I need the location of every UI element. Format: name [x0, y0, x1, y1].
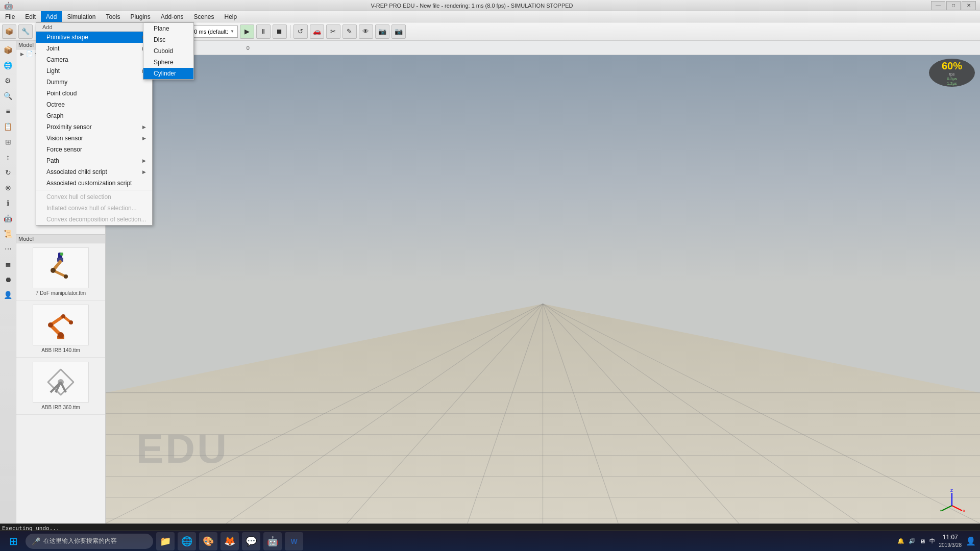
toolbar-object-btn[interactable]: 📦 — [2, 24, 16, 39]
minimize-button[interactable]: — — [931, 1, 945, 10]
sidebar-icon-transform[interactable]: ⊗ — [1, 181, 15, 195]
menu-add[interactable]: Add — [41, 11, 62, 22]
taskbar-net-icon[interactable]: 🖥 — [920, 538, 925, 544]
taskbar-app-firefox[interactable]: 🦊 — [220, 532, 239, 550]
model-item-2[interactable]: ABB IRB 360.ttm — [16, 358, 105, 415]
clock: 11:07 2019/3/28 — [939, 534, 962, 548]
menu-force-sensor[interactable]: Force sensor — [36, 144, 152, 155]
menu-addons[interactable]: Add-ons — [156, 11, 189, 22]
clock-date: 2019/3/28 — [939, 542, 962, 548]
menu-vision-sensor[interactable]: Vision sensor — [36, 133, 152, 144]
taskbar-app-robot[interactable]: 🤖 — [263, 532, 282, 550]
edu-watermark: EDU — [136, 425, 229, 472]
taskbar-profile-icon[interactable]: 👤 — [966, 536, 976, 546]
menu-graph[interactable]: Graph — [36, 110, 152, 121]
reset-button[interactable]: ↺ — [293, 24, 308, 39]
cam1-button[interactable]: 📷 — [375, 24, 389, 39]
search-bar[interactable]: 🎤 在这里输入你要搜索的内容 — [26, 534, 153, 549]
taskbar-app-paint[interactable]: 🎨 — [199, 532, 217, 550]
selected-objects-count: 0 — [247, 45, 250, 51]
menu-plugins[interactable]: Plugins — [125, 11, 155, 22]
submenu-cylinder[interactable]: Cylinder — [143, 68, 193, 79]
viewport[interactable]: Selected objects: 0 — [106, 41, 980, 523]
model-item-1[interactable]: ABB IRB 140.ttm — [16, 300, 105, 358]
cut-button[interactable]: ✂ — [326, 24, 340, 39]
car-button[interactable]: 🚗 — [310, 24, 324, 39]
sidebar-icon-rotate2[interactable]: ↻ — [1, 165, 15, 180]
taskbar-vol-icon[interactable]: 🔊 — [909, 538, 916, 544]
menu-primitive-shape[interactable]: Primitive shape — [36, 32, 152, 43]
sidebar-icon-user[interactable]: 👤 — [1, 288, 15, 302]
sidebar-icon-record[interactable]: ⏺ — [1, 272, 15, 287]
title-bar-icon: 🤖 — [4, 2, 13, 10]
menu-joint[interactable]: Joint — [36, 43, 152, 54]
model-thumbnail-1 — [33, 305, 89, 345]
toolbar-scene-btn[interactable]: 🔧 — [18, 24, 33, 39]
model-item-0[interactable]: 7 DoF manipulator.ttm — [16, 243, 105, 300]
close-button[interactable]: ✕ — [962, 1, 976, 10]
sidebar-icon-move[interactable]: ↕ — [1, 150, 15, 164]
axis-indicator: X Y Z — [939, 488, 965, 513]
svg-point-5 — [64, 274, 68, 279]
tree-item-icon: 📄 — [26, 51, 33, 57]
menu-point-cloud[interactable]: Point cloud — [36, 88, 152, 99]
sidebar-icon-filter[interactable]: ≡ — [1, 104, 15, 118]
title-bar-text: V-REP PRO EDU - New file - rendering: 1 … — [13, 3, 931, 9]
taskbar-app-chat[interactable]: 💬 — [242, 532, 260, 550]
menu-file[interactable]: File — [0, 11, 20, 22]
menu-light[interactable]: Light — [36, 65, 152, 77]
toolbar-sep-3 — [290, 25, 290, 38]
sidebar-icon-scene[interactable]: 🌐 — [1, 58, 15, 72]
sidebar-icon-stack[interactable]: ≣ — [1, 257, 15, 271]
sidebar-icon-model[interactable]: 📦 — [1, 43, 15, 57]
submenu-cuboid[interactable]: Cuboid — [143, 45, 193, 57]
menu-proximity-sensor[interactable]: Proximity sensor — [36, 121, 152, 133]
sidebar-icon-extra[interactable]: ⋯ — [1, 242, 15, 256]
submenu-disc[interactable]: Disc — [143, 34, 193, 45]
fps-number: 60% — [942, 60, 962, 72]
taskbar-app-word[interactable]: W — [285, 532, 303, 550]
maximize-button[interactable]: □ — [946, 1, 961, 10]
menu-help[interactable]: Help — [219, 11, 242, 22]
menu-edit[interactable]: Edit — [20, 11, 41, 22]
menu-path[interactable]: Path — [36, 155, 152, 166]
start-button[interactable]: ⊞ — [4, 532, 22, 550]
taskbar-notif-icon[interactable]: 🔔 — [897, 538, 904, 544]
fps-label: fps — [949, 72, 955, 77]
menu-custom-script[interactable]: Associated customization script — [36, 178, 152, 189]
submenu-sphere[interactable]: Sphere — [143, 57, 193, 68]
taskbar: ⊞ 🎤 在这里输入你要搜索的内容 📁 🌐 🎨 🦊 💬 🤖 W 🔔 🔊 🖥 中 1… — [0, 531, 980, 551]
taskbar-lang[interactable]: 中 — [929, 537, 935, 545]
menu-bar: File Edit Add Simulation Tools Plugins A… — [0, 11, 980, 22]
menu-camera[interactable]: Camera — [36, 54, 152, 65]
stop-button[interactable]: ⏹ — [273, 24, 287, 39]
cam2-button[interactable]: 📷 — [391, 24, 406, 39]
fps-counter: 60% fps 0.3µs 1.2µs — [929, 59, 975, 87]
play-button[interactable]: ▶ — [240, 24, 254, 39]
svg-line-42 — [942, 506, 952, 511]
sidebar-icon-robot[interactable]: 🤖 — [1, 211, 15, 226]
pause-button[interactable]: ⏸ — [256, 24, 271, 39]
add-menu: Add Primitive shape Joint Camera Light D… — [36, 22, 153, 226]
model-browser-label: Model — [16, 235, 105, 243]
eye-button[interactable]: 👁 — [359, 24, 373, 39]
sidebar-icon-script[interactable]: 📜 — [1, 227, 15, 241]
sidebar-icon-search[interactable]: 🔍 — [1, 89, 15, 103]
taskbar-app-files[interactable]: 📁 — [156, 532, 175, 550]
menu-octree[interactable]: Octree — [36, 99, 152, 110]
pen-button[interactable]: ✎ — [342, 24, 357, 39]
sidebar-icon-grid[interactable]: ⊞ — [1, 135, 15, 149]
sidebar-icon-layers[interactable]: 📋 — [1, 119, 15, 134]
sidebar-icon-info[interactable]: ℹ — [1, 196, 15, 210]
menu-sep-1 — [36, 190, 152, 190]
menu-scenes[interactable]: Scenes — [189, 11, 219, 22]
submenu-plane[interactable]: Plane — [143, 23, 193, 34]
menu-simulation[interactable]: Simulation — [62, 11, 101, 22]
menu-dummy[interactable]: Dummy — [36, 77, 152, 88]
menu-child-script[interactable]: Associated child script — [36, 166, 152, 178]
window-controls: — □ ✕ — [931, 1, 976, 10]
sidebar-icon-settings[interactable]: ⚙ — [1, 73, 15, 88]
menu-tools[interactable]: Tools — [101, 11, 125, 22]
fps-stats2: 1.2µs — [947, 81, 957, 86]
taskbar-app-edge[interactable]: 🌐 — [178, 532, 196, 550]
